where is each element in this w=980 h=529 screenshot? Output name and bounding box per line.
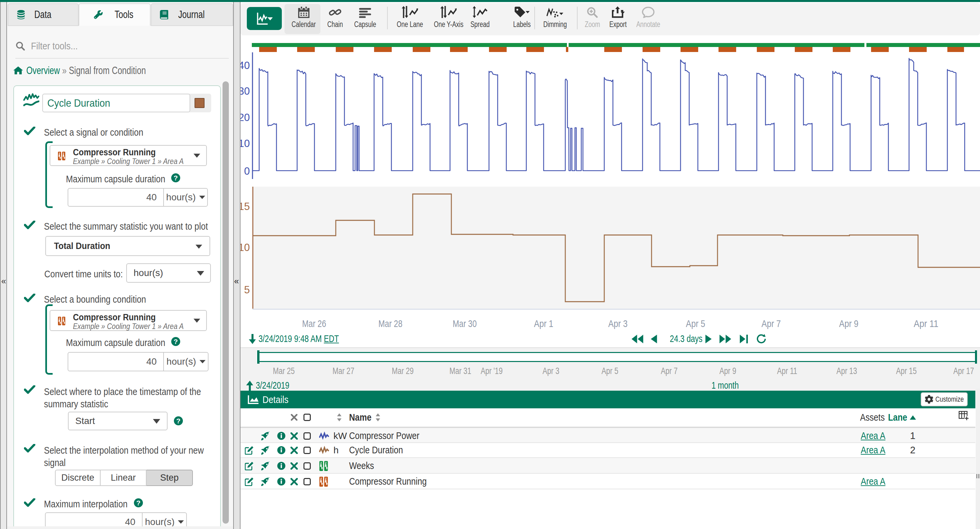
svg-text:0: 0 [244, 165, 250, 177]
svg-text:15: 15 [240, 201, 250, 212]
svg-text:40: 40 [240, 60, 250, 71]
svg-text:Apr 5: Apr 5 [686, 318, 705, 329]
svg-text:10: 10 [240, 138, 250, 149]
svg-text:Apr 1: Apr 1 [534, 318, 553, 329]
svg-text:Apr 7: Apr 7 [762, 318, 781, 329]
svg-text:Mar 26: Mar 26 [302, 318, 326, 329]
svg-text:Mar 30: Mar 30 [453, 318, 477, 329]
svg-text:20: 20 [240, 112, 250, 123]
svg-text:Apr 11: Apr 11 [914, 318, 939, 329]
svg-text:Apr 9: Apr 9 [839, 318, 858, 329]
svg-text:30: 30 [240, 85, 250, 97]
svg-text:Apr 3: Apr 3 [608, 318, 628, 329]
svg-text:10: 10 [240, 242, 250, 253]
svg-text:5: 5 [244, 284, 250, 296]
svg-text:Mar 28: Mar 28 [379, 318, 402, 329]
